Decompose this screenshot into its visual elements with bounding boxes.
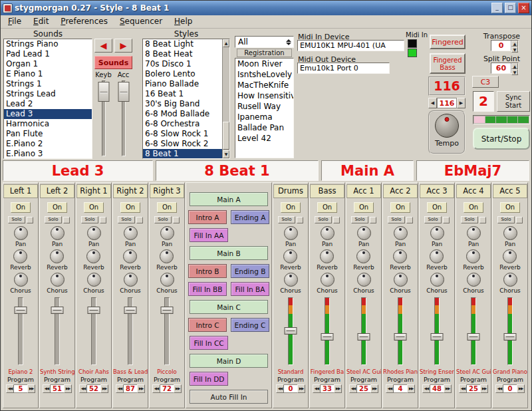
program-decrement-button[interactable]: ◀◀ [495,384,503,393]
volume-slider[interactable] [273,296,308,366]
volume-slider[interactable] [76,296,111,366]
spin-down-icon[interactable]: ▼ [511,69,518,75]
split-point-spinner[interactable]: 60 ▲▼ [491,63,519,74]
solo-mini-button[interactable] [100,217,106,223]
sound-item[interactable]: Strings 1 [4,79,92,89]
program-spinner[interactable]: ◀◀25▶▶ [459,384,488,393]
prev-sound-button[interactable]: ◀ [94,39,112,53]
solo-mini-button[interactable] [333,217,340,223]
pan-knob[interactable] [124,226,138,240]
fingered-bass-button[interactable]: Fingered Bass [430,53,466,74]
solo-button[interactable]: Solo [118,216,135,223]
solo-mini-button[interactable] [63,217,70,223]
sound-item[interactable]: Harmonica [4,119,92,129]
program-increment-button[interactable]: ▶▶ [334,384,342,393]
program-spinner[interactable]: ◀◀5▶▶ [6,384,35,393]
fingered-button[interactable]: Fingered [430,35,466,49]
solo-mini-button[interactable] [443,217,450,223]
solo-button[interactable]: Solo [278,216,295,223]
close-button[interactable]: × [518,3,529,13]
solo-button[interactable]: Solo [154,216,172,223]
channel-on-button[interactable]: On [500,202,520,213]
menu-edit[interactable]: Edit [27,15,55,28]
style-button-main-a[interactable]: Main A [190,192,268,206]
pan-knob[interactable] [51,226,65,240]
chorus-knob[interactable] [14,273,28,287]
program-decrement-button[interactable]: ◀◀ [116,384,124,393]
registration-item[interactable]: How Insensitive [235,90,293,101]
midi-in-device-entry[interactable]: EMU10K1 MPU-401 (UA [297,40,404,51]
solo-button[interactable]: Solo [45,216,62,223]
volume-slider[interactable] [456,296,491,366]
sound-item[interactable]: Pad Lead 1 [4,49,92,59]
registration-item[interactable]: IsntsheLovely [235,69,293,80]
chorus-knob[interactable] [430,273,444,287]
solo-button[interactable]: Solo [424,216,442,223]
channel-on-button[interactable]: On [11,202,31,213]
program-increment-button[interactable]: ▶▶ [174,384,182,393]
style-item[interactable]: 8 Beat Light [143,39,222,49]
transpose-spinner[interactable]: 0 ▲▼ [491,40,519,51]
style-item[interactable]: 6-8 Mod Ballade [143,109,222,119]
sync-start-button[interactable]: Sync Start [497,91,530,112]
reverb-knob[interactable] [123,249,137,263]
style-button-fill-in-cc[interactable]: Fill In CC [190,336,228,350]
style-button-intro-b[interactable]: Intro B [188,264,227,278]
style-button-ending-c[interactable]: Ending C [231,318,269,332]
menu-file[interactable]: File [2,15,27,28]
chorus-knob[interactable] [394,273,408,287]
channel-on-button[interactable]: On [427,202,447,213]
reverb-knob[interactable] [160,249,174,263]
style-button-fill-in-bb[interactable]: Fill In BB [188,282,227,296]
slider-handle[interactable] [124,307,137,314]
channel-on-button[interactable]: On [47,202,67,213]
channel-on-button[interactable]: On [464,202,483,213]
volume-slider[interactable] [113,296,148,366]
style-button-intro-c[interactable]: Intro C [188,318,227,332]
reverb-knob[interactable] [393,249,407,263]
scrollbar-track[interactable] [223,47,229,150]
solo-button[interactable]: Solo [388,216,405,223]
registration-item[interactable]: Level 42 [235,133,293,144]
registration-item[interactable]: Moon River [235,59,293,69]
program-spinner[interactable]: ◀◀87▶▶ [116,384,145,393]
style-button-ending-b[interactable]: Ending B [231,264,269,278]
sound-item[interactable]: Strings Lead [4,89,92,99]
channel-on-button[interactable]: On [317,202,337,213]
style-item[interactable]: 30's Big Band [143,99,222,109]
program-spinner[interactable]: ◀◀51▶▶ [43,384,72,393]
program-increment-button[interactable]: ▶▶ [517,384,525,393]
sound-item[interactable]: E.Piano 3 [4,149,92,159]
registration-filter-combo[interactable]: All [235,36,294,48]
pan-knob[interactable] [160,226,174,240]
style-button-auto-fill-in[interactable]: Auto Fill In [190,390,268,404]
next-sound-button[interactable]: ▶ [114,39,132,53]
slider-handle[interactable] [504,333,517,341]
solo-button[interactable]: Solo [461,216,478,223]
title-bar[interactable]: stygmorgan 0.27 - Style - 8 Beat 1 _ □ × [1,1,531,15]
slider-handle[interactable] [15,307,27,314]
solo-mini-button[interactable] [516,217,523,223]
volume-slider[interactable] [150,296,184,366]
volume-slider[interactable] [420,296,454,366]
styles-scrollbar[interactable]: ▲ ▼ [222,39,229,158]
chorus-knob[interactable] [467,273,481,287]
program-decrement-button[interactable]: ◀◀ [422,384,430,393]
slider-handle[interactable] [88,307,100,314]
style-item[interactable]: 16 Beat 1 [143,89,222,99]
style-button-fill-in-ba[interactable]: Fill In BA [231,282,269,296]
chorus-knob[interactable] [503,273,517,287]
program-decrement-button[interactable]: ◀◀ [459,384,467,393]
style-button-fill-in-aa[interactable]: Fill In AA [190,228,228,242]
scroll-up-icon[interactable]: ▲ [223,39,229,47]
reverb-knob[interactable] [466,249,480,263]
program-increment-button[interactable]: ▶▶ [407,384,415,393]
program-spinner[interactable]: ◀◀4▶▶ [386,384,415,393]
pan-knob[interactable] [467,226,481,240]
chorus-knob[interactable] [51,273,65,287]
program-decrement-button[interactable]: ◀◀ [276,384,284,393]
style-button-intro-a[interactable]: Intro A [188,210,227,224]
maximize-button[interactable]: □ [505,3,516,13]
volume-slider[interactable] [3,296,38,366]
solo-mini-button[interactable] [406,217,413,223]
